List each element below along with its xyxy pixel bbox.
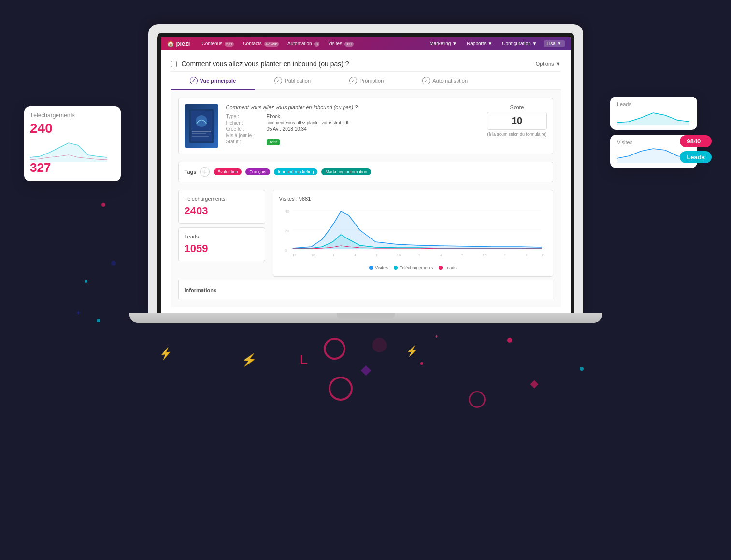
svg-text:4: 4 [440,253,442,257]
content-card: Comment vous allez vous planter en inbou… [178,98,553,154]
tag-inbound[interactable]: Inbound marketing [274,168,318,175]
laptop: 🏠 plezi Contenus 551 Contacts 47 456 [100,24,631,323]
right-badge-2: Leads [680,151,712,163]
nav-right: Marketing ▼ Rapports ▼ Configuration ▼ L… [427,40,564,47]
svg-text:1: 1 [418,253,420,257]
check-icon-1: ✓ [190,77,198,84]
screen-bezel: 🏠 plezi Contenus 551 Contacts 47 456 [157,33,574,313]
tab-vue-principale[interactable]: ✓ Vue principale [171,72,256,89]
svg-text:1: 1 [332,253,334,257]
check-icon-4: ✓ [422,77,430,84]
chart-area: Visites : 9881 40 20 0 [273,190,553,277]
score-value: 10 [487,112,546,130]
nav-tab-automation[interactable]: Automation 3 [284,39,323,48]
downloads-stat: Téléchargements 2403 [178,190,265,224]
legend-telechargements: Téléchargements [394,266,433,270]
nav-tab-visites[interactable]: Visites 331 [324,39,358,48]
svg-text:4: 4 [354,253,356,257]
tag-francais[interactable]: Français [245,168,270,175]
svg-text:4: 4 [525,253,527,257]
svg-rect-3 [192,131,211,132]
laptop-screen: 🏠 plezi Contenus 551 Contacts 47 456 [161,37,571,313]
svg-text:7: 7 [461,253,463,257]
svg-text:10: 10 [483,253,487,257]
page-title: Comment vous allez vous planter en inbou… [171,60,349,68]
tab-automatisation[interactable]: ✓ Automatisation [403,72,487,89]
content-meta: Type : Ebook Fichier : comment-vous-alle… [226,114,480,145]
chart-container: 40 20 0 [279,206,547,264]
svg-point-2 [196,115,207,127]
marketing-menu[interactable]: Marketing ▼ [427,40,460,47]
content-thumbnail [185,104,218,148]
tab-promotion[interactable]: ✓ Promotion [330,72,403,89]
legend-dot-visites [369,266,373,270]
tag-evaluation[interactable]: Évaluation [214,168,242,175]
tags-section: Tags + Évaluation Français Inbound marke… [178,162,553,182]
home-icon: 🏠 [167,40,174,47]
laptop-lid: 🏠 plezi Contenus 551 Contacts 47 456 [148,24,583,313]
tab-publication[interactable]: ✓ Publication [255,72,330,89]
leads-stat: Leads 1059 [178,227,265,261]
svg-text:20: 20 [285,228,289,233]
add-tag-button[interactable]: + [200,167,210,177]
svg-text:7: 7 [375,253,377,257]
nav-bar: 🏠 plezi Contenus 551 Contacts 47 456 [161,37,571,50]
svg-rect-5 [192,136,209,137]
nav-tab-contacts[interactable]: Contacts 47 456 [239,39,283,48]
chart-legend: Visites Téléchargements Leads [279,266,547,270]
svg-text:1: 1 [504,253,506,257]
configuration-menu[interactable]: Configuration ▼ [499,40,540,47]
downloads-value[interactable]: 2403 [185,205,259,217]
chart-title: Visites : 9881 [279,196,547,202]
score-section: Score 10 (à la soumission du formulaire) [487,104,546,148]
legend-leads: Leads [439,266,457,270]
laptop-base [129,313,602,323]
leads-value[interactable]: 1059 [185,242,259,255]
info-section: Informations [178,280,553,299]
content-details: Comment vous allez vous planter en inbou… [226,104,480,148]
svg-text:10: 10 [397,253,401,257]
content-tabs: ✓ Vue principale ✓ Publication ✓ Promoti… [171,72,561,90]
page-checkbox[interactable] [171,61,177,67]
svg-text:18: 18 [292,253,296,257]
legend-visites: Visites [369,266,387,270]
nav-tabs: Contenus 551 Contacts 47 456 Automation … [198,39,423,48]
page-content: Comment vous allez vous planter en inbou… [161,50,571,313]
options-button[interactable]: Options ▼ [536,61,561,67]
legend-dot-leads [439,266,443,270]
nav-tab-contenus[interactable]: Contenus 551 [198,39,238,48]
stats-row: Téléchargements 2403 Leads 1059 V [178,190,553,277]
user-menu[interactable]: Lisa ▼ [544,40,564,47]
legend-dot-telechargements [394,266,398,270]
content-title-text: Comment vous allez vous planter en inbou… [226,104,480,110]
rapports-menu[interactable]: Rapports ▼ [464,40,495,47]
tag-marketing[interactable]: Marketing automation [321,168,371,175]
svg-text:40: 40 [285,209,289,213]
main-area: Comment vous allez vous planter en inbou… [171,90,561,307]
svg-text:18: 18 [311,253,315,257]
status-badge: Actif [267,139,280,145]
svg-text:7: 7 [541,253,543,257]
svg-rect-4 [192,133,206,134]
page-header: Comment vous allez vous planter en inbou… [171,56,561,72]
app-logo: 🏠 plezi [167,40,190,47]
laptop-notch [337,313,395,319]
svg-text:0: 0 [285,248,287,252]
check-icon-2: ✓ [274,77,282,84]
right-badge-1: 9840 [680,135,712,147]
check-icon-3: ✓ [349,77,357,84]
